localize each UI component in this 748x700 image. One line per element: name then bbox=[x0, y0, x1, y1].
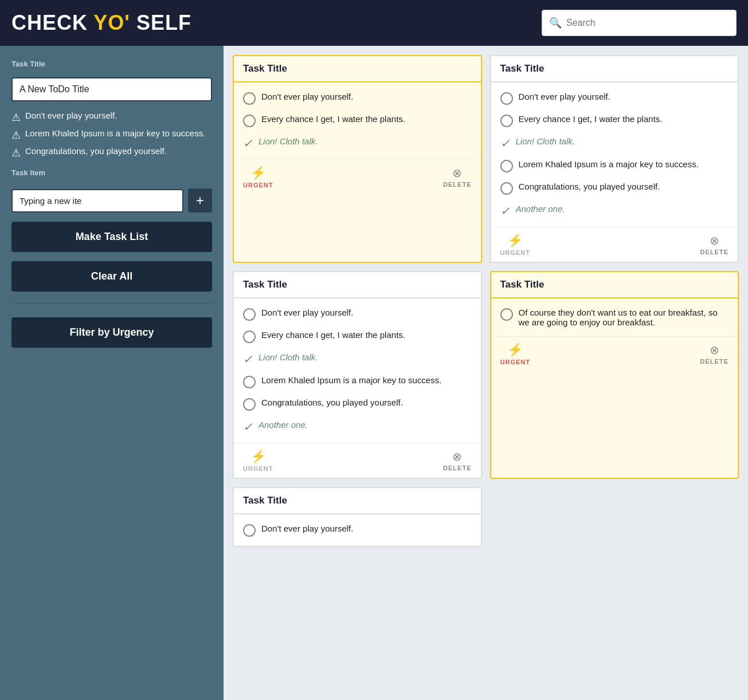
main-layout: Task Title ⚠ Don't ever play yourself. ⚠… bbox=[0, 46, 748, 700]
check-circle[interactable] bbox=[243, 331, 256, 343]
check-circle[interactable] bbox=[243, 308, 256, 321]
delete-icon: ⊗ bbox=[710, 343, 719, 357]
app-title: CHECK YO' SELF bbox=[11, 11, 191, 35]
task-card-title: Task Title bbox=[243, 279, 287, 290]
item-text: Every chance I get, I water the plants. bbox=[261, 330, 405, 340]
check-circle[interactable] bbox=[500, 182, 513, 195]
check-circle[interactable] bbox=[500, 160, 513, 172]
task-item-label: Task Item bbox=[11, 168, 212, 177]
delete-button[interactable]: ⊗ DELETE bbox=[443, 166, 471, 188]
list-item: ✓ Another one. bbox=[243, 415, 472, 438]
task-title-input[interactable] bbox=[11, 77, 212, 101]
urgent-button[interactable]: ⚡ URGENT bbox=[500, 233, 530, 256]
item-text: Another one. bbox=[516, 204, 565, 214]
list-item: ⚠ Don't ever play yourself. bbox=[11, 111, 212, 124]
list-item: Don't ever play yourself. bbox=[243, 519, 472, 541]
checked-icon[interactable]: ✓ bbox=[500, 136, 510, 150]
list-item: Don't ever play yourself. bbox=[243, 303, 472, 325]
urgent-label: URGENT bbox=[243, 182, 273, 188]
sidebar: Task Title ⚠ Don't ever play yourself. ⚠… bbox=[0, 46, 224, 700]
task-card: Task Title Don't ever play yourself. bbox=[233, 487, 482, 547]
task-card-header: Task Title bbox=[491, 56, 738, 82]
list-item: Every chance I get, I water the plants. bbox=[500, 109, 729, 132]
urgent-button[interactable]: ⚡ URGENT bbox=[243, 166, 273, 188]
cards-area: Task Title Don't ever play yourself. Eve… bbox=[224, 46, 748, 700]
item-text: Don't ever play yourself. bbox=[261, 308, 353, 317]
header: CHECK YO' SELF 🔍 bbox=[0, 0, 748, 46]
check-circle[interactable] bbox=[500, 308, 513, 321]
task-card-header: Task Title bbox=[491, 272, 738, 298]
task-card-header: Task Title bbox=[234, 272, 481, 298]
task-card-title: Task Title bbox=[243, 495, 287, 506]
delete-icon: ⊗ bbox=[452, 166, 462, 180]
add-item-button[interactable]: + bbox=[188, 188, 212, 213]
task-item-text: Don't ever play yourself. bbox=[25, 111, 117, 120]
delete-icon: ⊗ bbox=[452, 450, 462, 463]
check-circle[interactable] bbox=[243, 115, 256, 127]
task-card-body: Don't ever play yourself. bbox=[234, 514, 481, 546]
delete-label: DELETE bbox=[443, 465, 471, 471]
title-yo: YO' bbox=[93, 11, 130, 34]
task-card: Task Title Of course they don't want us … bbox=[490, 271, 739, 479]
task-title-label: Task Title bbox=[11, 60, 212, 68]
check-circle[interactable] bbox=[243, 376, 256, 388]
list-item: ✓ Lion! Cloth talk. bbox=[500, 132, 729, 155]
remove-icon[interactable]: ⚠ bbox=[11, 111, 21, 124]
checked-icon[interactable]: ✓ bbox=[243, 136, 253, 150]
urgent-label: URGENT bbox=[500, 249, 530, 256]
task-card-body: Of course they don't want us to eat our … bbox=[491, 298, 738, 336]
task-card-footer: ⚡ URGENT ⊗ DELETE bbox=[491, 336, 738, 371]
item-text: Don't ever play yourself. bbox=[261, 92, 353, 101]
item-text: Lion! Cloth talk. bbox=[516, 136, 575, 146]
item-text: Don't ever play yourself. bbox=[261, 524, 353, 533]
task-item-input[interactable] bbox=[11, 189, 183, 213]
search-input[interactable] bbox=[566, 18, 729, 28]
urgent-icon: ⚡ bbox=[250, 449, 266, 464]
search-container: 🔍 bbox=[542, 10, 737, 36]
urgent-button[interactable]: ⚡ URGENT bbox=[500, 343, 530, 365]
task-card: Task Title Don't ever play yourself. Eve… bbox=[233, 55, 482, 263]
task-card-title: Task Title bbox=[243, 63, 287, 74]
task-card-body: Don't ever play yourself. Every chance I… bbox=[234, 82, 481, 159]
remove-icon[interactable]: ⚠ bbox=[11, 129, 21, 141]
make-task-list-button[interactable]: Make Task List bbox=[11, 222, 212, 252]
title-check: CHECK bbox=[11, 11, 93, 34]
item-text: Congratulations, you played yourself. bbox=[519, 182, 660, 191]
list-item: Lorem Khaled Ipsum is a major key to suc… bbox=[243, 371, 472, 393]
check-circle[interactable] bbox=[243, 92, 256, 105]
check-circle[interactable] bbox=[500, 115, 513, 127]
checked-icon[interactable]: ✓ bbox=[243, 420, 253, 434]
filter-urgency-button[interactable]: Filter by Urgency bbox=[11, 317, 212, 348]
urgent-icon: ⚡ bbox=[507, 233, 523, 248]
task-card-body: Don't ever play yourself. Every chance I… bbox=[234, 298, 481, 443]
check-circle[interactable] bbox=[243, 398, 256, 411]
sidebar-divider bbox=[11, 303, 212, 304]
check-circle[interactable] bbox=[243, 524, 256, 537]
task-card-footer: ⚡ URGENT ⊗ DELETE bbox=[491, 227, 738, 262]
urgent-icon: ⚡ bbox=[250, 166, 266, 180]
list-item: Don't ever play yourself. bbox=[243, 87, 472, 109]
task-items-list: ⚠ Don't ever play yourself. ⚠ Lorem Khal… bbox=[11, 111, 212, 159]
item-text: Don't ever play yourself. bbox=[519, 92, 610, 101]
delete-button[interactable]: ⊗ DELETE bbox=[443, 450, 471, 471]
checked-icon[interactable]: ✓ bbox=[500, 204, 510, 218]
task-card-title: Task Title bbox=[500, 63, 545, 74]
task-card-footer: ⚡ URGENT ⊗ DELETE bbox=[234, 443, 481, 478]
delete-button[interactable]: ⊗ DELETE bbox=[700, 343, 729, 365]
delete-button[interactable]: ⊗ DELETE bbox=[700, 234, 729, 255]
list-item: ✓ Another one. bbox=[500, 199, 729, 222]
remove-icon[interactable]: ⚠ bbox=[11, 147, 21, 159]
task-card-body: Don't ever play yourself. Every chance I… bbox=[491, 82, 738, 227]
check-circle[interactable] bbox=[500, 92, 513, 105]
title-self: SELF bbox=[130, 11, 191, 34]
item-text: Of course they don't want us to eat our … bbox=[519, 308, 729, 327]
clear-all-button[interactable]: Clear All bbox=[11, 261, 212, 292]
task-item-text: Congratulations, you played yourself. bbox=[25, 146, 167, 156]
list-item: ✓ Lion! Cloth talk. bbox=[243, 132, 472, 155]
list-item: Congratulations, you played yourself. bbox=[243, 393, 472, 415]
urgent-button[interactable]: ⚡ URGENT bbox=[243, 449, 273, 472]
checked-icon[interactable]: ✓ bbox=[243, 352, 253, 366]
urgent-label: URGENT bbox=[243, 465, 273, 472]
task-card-footer: ⚡ URGENT ⊗ DELETE bbox=[234, 159, 481, 194]
task-card-title: Task Title bbox=[500, 279, 545, 290]
